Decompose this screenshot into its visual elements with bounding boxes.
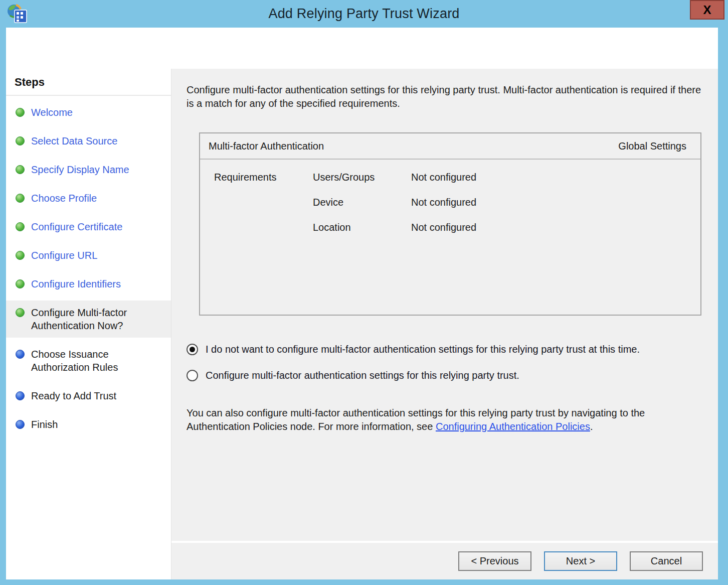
step-done-icon [16,136,25,145]
window-title: Add Relying Party Trust Wizard [0,0,728,28]
step-choose-profile[interactable]: Choose Profile [6,186,171,210]
mfa-panel-title: Multi-factor Authentication [209,140,324,152]
step-done-icon [16,222,25,231]
step-done-icon [16,251,25,260]
steps-header: Steps [6,75,171,95]
cancel-button[interactable]: Cancel [630,551,703,571]
wizard-page-content: Configure multi-factor authentication se… [171,69,718,541]
step-done-icon [16,194,25,203]
mfa-row-users-groups: Requirements Users/Groups Not configured [200,172,700,197]
step-finish: Finish [6,412,171,436]
step-select-data-source[interactable]: Select Data Source [6,129,171,153]
step-configure-identifiers[interactable]: Configure Identifiers [6,272,171,296]
mfa-row-value: Not configured [411,172,700,197]
previous-button[interactable]: < Previous [458,551,531,571]
mfa-row-name: Location [313,222,411,247]
page-intro-text: Configure multi-factor authentication se… [187,83,705,110]
steps-sidebar: Steps Welcome Select Data Source Specify… [6,69,171,579]
mfa-row-location: Location Not configured [200,222,700,247]
wizard-dialog: Steps Welcome Select Data Source Specify… [6,28,718,579]
mfa-row-name: Users/Groups [313,172,411,197]
radio-option-skip-mfa[interactable]: I do not want to configure multi-factor … [187,344,705,355]
mfa-row-device: Device Not configured [200,197,700,222]
radio-label: Configure multi-factor authentication se… [206,370,519,381]
mfa-settings-panel: Multi-factor Authentication Global Setti… [199,132,701,316]
step-done-icon [16,279,25,288]
step-choose-issuance-rules: Choose Issuance Authorization Rules [6,342,171,379]
mfa-row-name: Device [313,197,411,222]
steps-divider [6,95,171,96]
close-button[interactable]: X [690,0,724,20]
button-bar: < Previous Next > Cancel [171,543,718,579]
step-configure-mfa-now: Configure Multi-factor Authentication No… [6,301,171,338]
note-text-after-link: . [590,421,593,432]
footer-note: You can also configure multi-factor auth… [187,406,705,433]
radio-selected-icon[interactable] [187,344,198,355]
step-configure-certificate[interactable]: Configure Certificate [6,215,171,239]
radio-label: I do not want to configure multi-factor … [206,344,640,355]
radio-unselected-icon[interactable] [187,370,198,381]
mfa-row-value: Not configured [411,197,700,222]
mfa-row-value: Not configured [411,222,700,247]
wizard-window: Add Relying Party Trust Wizard X Steps W… [0,0,728,585]
requirements-label: Requirements [214,172,313,197]
step-done-icon [16,308,25,317]
mfa-global-settings-label: Global Settings [618,140,686,152]
step-pending-icon [16,391,25,400]
next-button[interactable]: Next > [544,551,617,571]
wizard-header-band [6,28,718,69]
step-welcome[interactable]: Welcome [6,100,171,124]
title-bar: Add Relying Party Trust Wizard X [0,0,728,28]
step-configure-url[interactable]: Configure URL [6,243,171,267]
configuring-authentication-policies-link[interactable]: Configuring Authentication Policies [436,421,590,432]
step-ready-to-add-trust: Ready to Add Trust [6,384,171,408]
radio-option-configure-mfa[interactable]: Configure multi-factor authentication se… [187,370,705,381]
step-pending-icon [16,350,25,359]
step-done-icon [16,108,25,117]
step-specify-display-name[interactable]: Specify Display Name [6,158,171,182]
step-done-icon [16,165,25,174]
step-pending-icon [16,420,25,429]
